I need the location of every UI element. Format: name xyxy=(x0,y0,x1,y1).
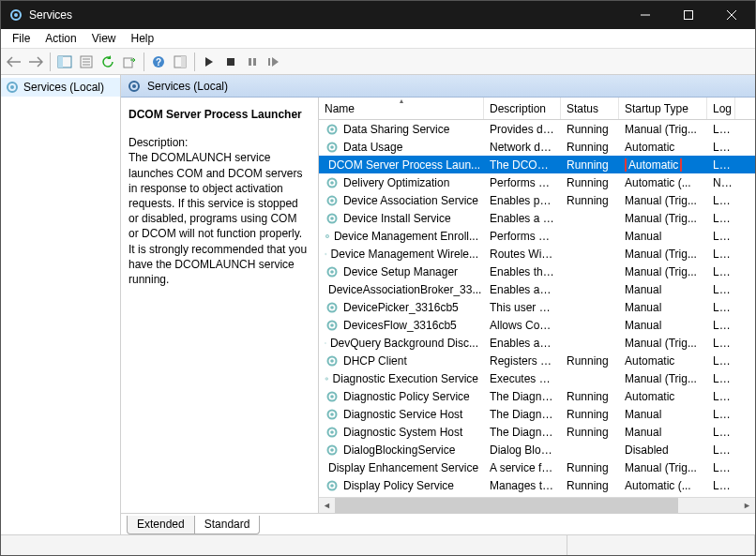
gear-icon xyxy=(325,478,340,493)
svg-point-42 xyxy=(330,270,334,274)
gear-icon xyxy=(325,175,340,190)
table-row[interactable]: Delivery OptimizationPerforms co...Runni… xyxy=(319,173,755,191)
cell-description: Dialog Bloc... xyxy=(484,443,561,457)
menu-action[interactable]: Action xyxy=(38,30,83,47)
cell-logon: Loca xyxy=(707,426,735,439)
menu-help[interactable]: Help xyxy=(124,30,162,47)
close-button[interactable] xyxy=(710,1,753,29)
statusbar-segment xyxy=(1,535,567,555)
table-row[interactable]: Diagnostic Execution ServiceExecutes di.… xyxy=(319,369,755,387)
gear-icon xyxy=(325,229,330,244)
cell-description: Enables the ... xyxy=(484,265,561,278)
scroll-right-button[interactable]: ► xyxy=(739,498,755,514)
tab-standard[interactable]: Standard xyxy=(194,516,261,534)
minimize-button[interactable] xyxy=(624,1,667,29)
show-hide-tree-button[interactable] xyxy=(54,52,75,72)
export-button[interactable] xyxy=(119,52,140,72)
cell-logon: Netw xyxy=(707,176,735,189)
properties-button[interactable] xyxy=(76,52,97,72)
help-button[interactable]: ? xyxy=(148,52,169,72)
horizontal-scrollbar[interactable]: ◄ ► xyxy=(319,497,755,513)
gear-icon xyxy=(325,336,326,351)
gear-icon xyxy=(325,300,340,315)
detail-pane: DCOM Server Process Launcher Description… xyxy=(121,98,318,513)
table-row[interactable]: DevicesFlow_3316cb5Allows Con...ManualLo… xyxy=(319,316,755,334)
svg-rect-20 xyxy=(268,58,270,66)
stop-service-button[interactable] xyxy=(220,52,241,72)
maximize-button[interactable] xyxy=(667,1,710,29)
column-status[interactable]: Status xyxy=(561,98,619,119)
cell-startup: Automatic xyxy=(619,141,707,154)
forward-button[interactable] xyxy=(25,52,46,72)
cell-logon: Loca xyxy=(707,408,735,421)
table-row[interactable]: DialogBlockingServiceDialog Bloc...Disab… xyxy=(319,441,755,458)
cell-startup: Disabled xyxy=(619,443,707,457)
table-row[interactable]: Diagnostic System HostThe Diagno...Runni… xyxy=(319,423,755,441)
table-row[interactable]: Device Setup ManagerEnables the ...Manua… xyxy=(319,263,755,280)
scroll-track[interactable] xyxy=(335,498,739,514)
service-rows[interactable]: Data Sharing ServiceProvides da...Runnin… xyxy=(319,120,755,497)
table-row[interactable]: Diagnostic Service HostThe Diagno...Runn… xyxy=(319,405,755,423)
svg-rect-17 xyxy=(227,58,234,66)
gear-icon xyxy=(325,371,329,386)
cell-description: The DCOML... xyxy=(484,158,561,172)
cell-description: Manages th... xyxy=(484,479,561,492)
cell-startup: Automatic xyxy=(619,354,707,368)
svg-point-48 xyxy=(330,323,334,327)
cell-name: Device Setup Manager xyxy=(319,264,484,279)
gear-icon xyxy=(325,140,340,155)
restart-service-button[interactable] xyxy=(264,52,284,72)
scroll-thumb[interactable] xyxy=(335,498,678,514)
svg-rect-3 xyxy=(685,11,693,20)
cell-status: Running xyxy=(561,426,619,439)
action-pane-button[interactable] xyxy=(170,52,190,72)
table-row[interactable]: DHCP ClientRegisters an...RunningAutomat… xyxy=(319,352,755,369)
cell-name: Device Management Wirele... xyxy=(319,247,484,262)
table-row[interactable]: Device Install ServiceEnables a c...Manu… xyxy=(319,209,755,227)
cell-name: Diagnostic Service Host xyxy=(319,407,484,422)
table-row[interactable]: Display Policy ServiceManages th...Runni… xyxy=(319,476,755,494)
svg-point-56 xyxy=(330,395,334,398)
table-row[interactable]: Device Management Wirele...Routes Wire..… xyxy=(319,245,755,263)
back-button[interactable] xyxy=(4,52,24,72)
table-row[interactable]: DevicePicker_3316cb5This user ser...Manu… xyxy=(319,298,755,316)
cell-startup: Manual (Trig... xyxy=(619,194,707,207)
tab-extended[interactable]: Extended xyxy=(127,516,195,534)
column-description[interactable]: Description xyxy=(484,98,561,119)
cell-logon: Loca xyxy=(707,265,735,278)
column-logon[interactable]: Log xyxy=(707,98,735,119)
menu-file[interactable]: File xyxy=(5,30,38,47)
cell-name: Diagnostic System Host xyxy=(319,425,484,440)
column-name[interactable]: Name▴ xyxy=(319,98,484,119)
cell-description: Executes di... xyxy=(484,372,561,385)
table-row[interactable]: Diagnostic Policy ServiceThe Diagno...Ru… xyxy=(319,387,755,405)
table-row[interactable]: Display Enhancement ServiceA service fo.… xyxy=(319,458,755,476)
cell-description: Performs D... xyxy=(484,230,561,243)
table-row[interactable]: DevQuery Background Disc...Enables app..… xyxy=(319,334,755,352)
scroll-left-button[interactable]: ◄ xyxy=(319,498,335,514)
table-row[interactable]: Data Sharing ServiceProvides da...Runnin… xyxy=(319,120,755,138)
pause-service-button[interactable] xyxy=(242,52,263,72)
table-row[interactable]: Data UsageNetwork da...RunningAutomaticL… xyxy=(319,138,755,156)
refresh-button[interactable] xyxy=(98,52,118,72)
start-service-button[interactable] xyxy=(199,52,219,72)
cell-status: Running xyxy=(561,408,619,421)
cell-logon: Loca xyxy=(707,461,735,474)
cell-startup: Manual (Trig... xyxy=(619,265,707,278)
svg-point-66 xyxy=(330,484,334,488)
menu-view[interactable]: View xyxy=(84,30,124,47)
titlebar[interactable]: Services xyxy=(1,1,755,29)
cell-name: Delivery Optimization xyxy=(319,175,484,190)
table-row[interactable]: Device Association ServiceEnables pair..… xyxy=(319,191,755,209)
table-row[interactable]: Device Management Enroll...Performs D...… xyxy=(319,227,755,245)
cell-startup: Manual xyxy=(619,301,707,314)
cell-name: Display Enhancement Service xyxy=(319,460,484,475)
cell-description: Enables app... xyxy=(484,337,561,350)
table-row[interactable]: DCOM Server Process Laun...The DCOML...R… xyxy=(319,156,755,173)
tree-item-services-local[interactable]: Services (Local) xyxy=(1,78,120,97)
column-startup-type[interactable]: Startup Type xyxy=(619,98,707,119)
gear-icon xyxy=(325,353,340,368)
gear-icon xyxy=(127,79,142,94)
table-row[interactable]: DeviceAssociationBroker_33...Enables app… xyxy=(319,280,755,298)
tree-pane[interactable]: Services (Local) xyxy=(1,75,121,534)
